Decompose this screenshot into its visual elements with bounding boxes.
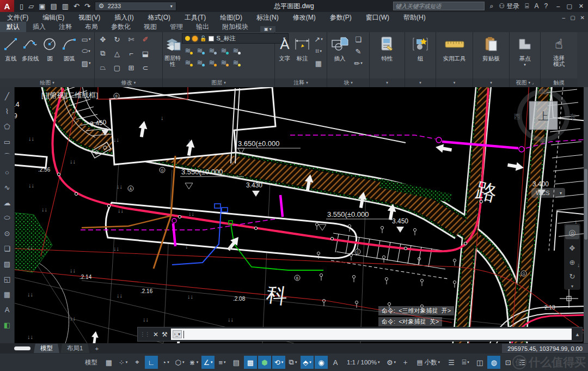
text-button[interactable]: A 文字 [277, 33, 293, 78]
layer-freeze-icon[interactable]: ≋ [194, 45, 206, 56]
dynamic-input-icon[interactable]: ⌖ [131, 356, 144, 369]
graphics-performance-icon[interactable]: ◍ [487, 356, 500, 369]
panel-utilities-label[interactable]: ▾ [436, 78, 473, 87]
menu-modify[interactable]: 修改(M) [286, 12, 323, 23]
insert-block-button[interactable]: 插入 [329, 33, 351, 78]
toolbar-point-icon[interactable]: ⊙ [1, 226, 14, 241]
ribbon-tab-output[interactable]: 输出 [189, 22, 216, 32]
ribbon-tab-annotate[interactable]: 注释 [52, 22, 78, 32]
dim-style-icon[interactable]: ⌗▾ [312, 45, 325, 57]
toolbar-rectangle-icon[interactable]: ▭ [1, 134, 14, 149]
viewcube-up-face[interactable]: 上 [538, 111, 549, 122]
paste-button[interactable]: 剪贴板 [477, 33, 505, 78]
panel-modify-label[interactable]: 修改▾ [95, 78, 162, 87]
plot-icon[interactable]: ▥ [62, 2, 69, 10]
tab-model[interactable]: 模型 [34, 344, 59, 353]
ribbon-tab-manage[interactable]: 管理 [163, 22, 189, 32]
snap-toggle-icon[interactable]: ⁘▾ [117, 356, 130, 369]
gizmo-icon[interactable]: ⬘▾ [301, 356, 314, 369]
panel-layers-label[interactable]: 图层▾ [163, 78, 274, 87]
ortho-toggle-icon[interactable]: ∟ [145, 356, 158, 369]
layer-make-current-icon[interactable]: ≋ [182, 57, 194, 68]
vertical-scrollbar-thumb[interactable] [584, 169, 587, 240]
autocad-app-icon[interactable]: A [0, 0, 14, 12]
panel-draw-label[interactable]: 绘图▾ [0, 78, 94, 87]
annotation-visibility-icon[interactable]: ◉ [315, 356, 328, 369]
grid-toggle-icon[interactable]: ▦ [102, 356, 115, 369]
scale-icon[interactable]: ▢ [111, 62, 124, 74]
drawing-canvas[interactable]: ↓↓↓↓ ↓↓↓↓ ↓↓↓↓ ↓↓↓↓ ↓↓↓↓ ↓↓↓↓ ↓↓↓↓ ↓↓↓↓ … [0, 87, 588, 343]
tab-layout1[interactable]: 布局1 [60, 344, 89, 353]
doc-close-button[interactable]: ✕ [580, 15, 585, 21]
layer-off-icon[interactable]: ≋ [206, 45, 218, 56]
toolbar-hatch-icon[interactable]: ▨ [1, 256, 14, 271]
toolbar-gradient-icon[interactable]: ◧ [1, 317, 14, 332]
vertical-scrollbar[interactable] [584, 87, 588, 343]
isodraft-icon[interactable]: ⬡▾ [173, 356, 186, 369]
toolbar-revcloud-icon[interactable]: ☁ [1, 195, 14, 210]
nav-more-icon[interactable]: ▾ [571, 284, 573, 289]
help-icon[interactable]: ? [544, 2, 548, 10]
redo-icon[interactable]: ↷ [84, 2, 90, 10]
ribbon-display-toggle[interactable]: ▣ ▾ [260, 26, 275, 32]
menu-edit[interactable]: 编辑(E) [35, 12, 71, 23]
menu-help[interactable]: 帮助(H) [396, 12, 433, 23]
arc-button[interactable]: 圆弧 [60, 33, 78, 78]
layer-prev-icon[interactable]: ≋ [194, 57, 206, 68]
layer-merge-icon[interactable]: ≋ [230, 57, 242, 68]
layer-walk-icon[interactable]: ≋ [206, 57, 218, 68]
toolbar-spline-icon[interactable]: ∿ [1, 180, 14, 195]
ribbon-tab-layout[interactable]: 布局 [78, 22, 105, 32]
panel-view-label[interactable]: 视图▾⌟ [510, 78, 540, 87]
trim-icon[interactable]: ✄ [125, 33, 138, 45]
ribbon-tab-default[interactable]: 默认 [0, 22, 26, 32]
search-icon[interactable]: ⌕ [490, 2, 494, 10]
toolbar-polyline-icon[interactable]: ⌇ [1, 104, 14, 119]
layer-unlock2-icon[interactable]: ≋ [218, 57, 230, 68]
rotate-icon[interactable]: ↻ [111, 33, 124, 45]
clean-screen-icon[interactable]: ⊡ [501, 356, 514, 369]
properties-button[interactable]: 特性 [376, 33, 398, 78]
selection-filter-icon[interactable]: ⧉▾ [286, 356, 299, 369]
polar-tracking-icon[interactable]: ◔▾ [159, 356, 172, 369]
app-store-cart-icon[interactable]: ⌸ [525, 2, 529, 10]
command-line[interactable]: ⋮⋮ ✕ ⚒ ›_ ▾ ▲ [137, 327, 583, 342]
object-snap-icon[interactable]: ∠▾ [201, 356, 215, 369]
menu-draw[interactable]: 绘图(D) [213, 12, 249, 23]
units-button[interactable]: ▤ 小数▾ [413, 356, 444, 369]
undo-icon[interactable]: ↶ [74, 2, 79, 10]
nav-orbit-icon[interactable]: ↻ [569, 272, 575, 281]
toolbar-polygon-icon[interactable]: ⬠ [1, 119, 14, 134]
command-expand-icon[interactable]: ▲ [575, 332, 580, 337]
annotation-autoscale-icon[interactable]: A [329, 356, 342, 369]
mirror-icon[interactable]: △ [111, 47, 124, 59]
toolbar-circle-icon[interactable]: ○ [1, 165, 14, 180]
transparency-icon[interactable]: ▤ [230, 356, 243, 369]
search-input[interactable] [393, 2, 485, 10]
menu-view[interactable]: 视图(V) [71, 12, 107, 23]
edit-block-icon[interactable]: ✎ [352, 45, 365, 57]
doc-minimize-button[interactable]: – [562, 15, 566, 21]
copy-icon[interactable]: ⧉ [96, 47, 109, 59]
customize-status-icon[interactable]: ☰ [516, 356, 529, 369]
circle-button[interactable]: 圆 [41, 33, 59, 78]
workspace-switch-icon[interactable]: ⚙▾ [385, 356, 398, 369]
toolbar-arc-icon[interactable]: ⌒ [1, 149, 14, 165]
close-button[interactable]: ✕ [579, 3, 584, 10]
line-button[interactable]: 直线 [2, 33, 20, 78]
annotation-scale-button[interactable]: 1:1 / 100%▾ [343, 356, 384, 369]
layer-dropdown[interactable]: 🔓 S_标注 ▾ [182, 33, 289, 44]
restore-button[interactable]: ▢ [566, 3, 572, 10]
ribbon-tab-insert[interactable]: 插入 [26, 22, 52, 32]
save-icon[interactable]: ▣ [39, 2, 45, 10]
model-space-toggle[interactable]: 模型 [81, 356, 101, 369]
menu-tools[interactable]: 工具(T) [177, 12, 213, 23]
workspace-selector[interactable]: ⚙ 2233 ▾ [95, 2, 176, 11]
doc-restore-button[interactable]: ▢ [570, 15, 575, 21]
toolbar-insert-block-icon[interactable]: ❏ [1, 241, 14, 256]
panel-properties-label[interactable]: ▾ [370, 78, 405, 87]
rectangle-tool-icon[interactable]: ▭▾ [79, 33, 93, 45]
ribbon-tab-view[interactable]: 视图 [137, 22, 163, 32]
toolbar-table-icon[interactable]: ▦ [1, 287, 14, 302]
ribbon-tab-parametric[interactable]: 参数化 [105, 22, 137, 32]
